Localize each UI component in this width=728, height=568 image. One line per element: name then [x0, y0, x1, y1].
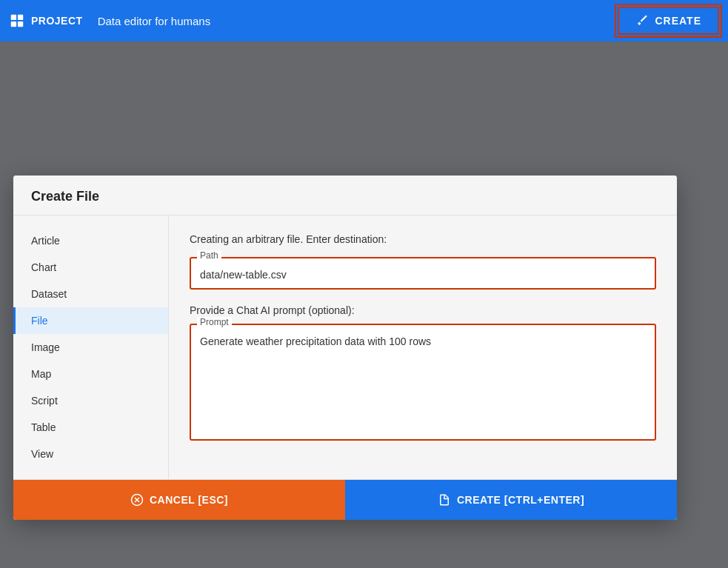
- prompt-label: Prompt: [197, 317, 232, 327]
- topbar-title: Data editor for humans: [92, 15, 610, 27]
- prompt-field-wrapper: Prompt Generate weather precipitation da…: [190, 324, 656, 444]
- modal-footer: CANCEL [ESC] CREATE [CTRL+ENTER]: [13, 479, 677, 520]
- cancel-button[interactable]: CANCEL [ESC]: [13, 480, 345, 520]
- svg-rect-0: [11, 15, 16, 20]
- modal-title: Create File: [31, 189, 99, 204]
- file-icon: [438, 493, 451, 507]
- project-nav[interactable]: PROJECT: [9, 13, 83, 29]
- create-label: CREATE: [655, 15, 701, 27]
- create-confirm-label: CREATE [CTRL+ENTER]: [457, 494, 584, 506]
- sidebar-item-map[interactable]: Map: [13, 361, 168, 387]
- prompt-description: Provide a Chat AI prompt (optional):: [190, 304, 656, 316]
- modal-header: Create File: [13, 176, 677, 215]
- path-input[interactable]: [190, 257, 656, 290]
- sidebar-item-image[interactable]: Image: [13, 334, 168, 361]
- create-file-modal: Create File Article Chart Dataset File I…: [13, 176, 677, 520]
- prompt-textarea[interactable]: Generate weather precipitation data with…: [190, 324, 656, 441]
- modal-sidebar: Article Chart Dataset File Image Map Scr…: [13, 215, 169, 479]
- path-label: Path: [197, 250, 221, 261]
- sidebar-item-dataset[interactable]: Dataset: [13, 281, 168, 307]
- content-description: Creating an arbitrary file. Enter destin…: [190, 233, 656, 245]
- sidebar-item-article[interactable]: Article: [13, 227, 168, 254]
- svg-rect-2: [11, 21, 16, 27]
- cancel-label: CANCEL [ESC]: [150, 494, 228, 506]
- project-icon: [9, 13, 25, 29]
- svg-rect-1: [18, 15, 23, 20]
- cancel-icon: [130, 493, 144, 507]
- sidebar-item-chart[interactable]: Chart: [13, 254, 168, 281]
- modal-main-content: Creating an arbitrary file. Enter destin…: [169, 215, 677, 479]
- modal-body: Article Chart Dataset File Image Map Scr…: [13, 215, 677, 479]
- wand-icon: [635, 14, 649, 27]
- project-label: PROJECT: [31, 15, 83, 27]
- path-field-wrapper: Path: [190, 257, 656, 290]
- sidebar-item-script[interactable]: Script: [13, 387, 168, 414]
- sidebar-item-file[interactable]: File: [13, 307, 168, 334]
- topbar: PROJECT Data editor for humans CREATE: [0, 0, 728, 41]
- sidebar-item-view[interactable]: View: [13, 441, 168, 467]
- create-confirm-button[interactable]: CREATE [CTRL+ENTER]: [345, 480, 677, 520]
- create-button[interactable]: CREATE: [618, 7, 719, 35]
- sidebar-item-table[interactable]: Table: [13, 414, 168, 441]
- svg-rect-3: [18, 21, 23, 27]
